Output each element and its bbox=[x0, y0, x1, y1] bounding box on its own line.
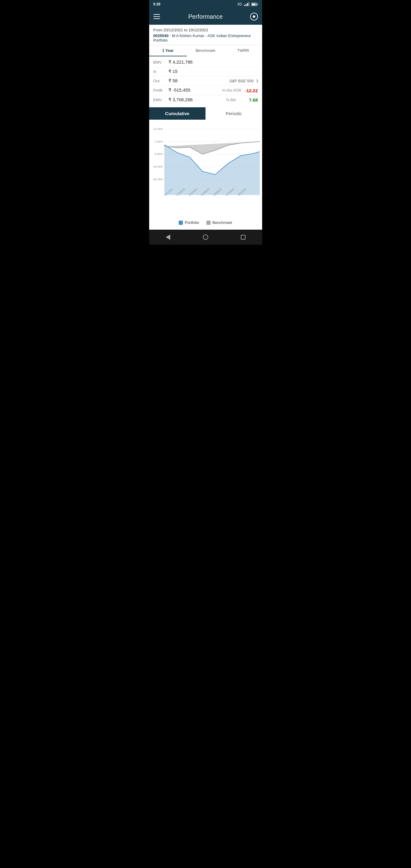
profit-label: Profit bbox=[153, 88, 168, 93]
abs-ror-group: % Abs ROR -12.22 bbox=[222, 88, 258, 93]
status-icons: 3G bbox=[237, 2, 258, 6]
tabs-row: 1 Year Benchmark TWRR bbox=[149, 45, 262, 56]
recent-button[interactable] bbox=[234, 231, 252, 243]
tab-1year[interactable]: 1 Year bbox=[149, 45, 187, 56]
metric-bmv: BMV ₹ 4,221,786 bbox=[153, 58, 258, 67]
benchmark-legend-dot bbox=[207, 221, 211, 225]
chart-area: 12.26% 2.66% -6.95% -16.55% -26.16% 31/1… bbox=[149, 120, 262, 217]
in-value: ₹ 15 bbox=[168, 69, 258, 74]
status-bar: 5:26 3G bbox=[149, 0, 262, 8]
info-section: From 20/12/2021 to 19/12/2022 0025540 - … bbox=[149, 25, 262, 45]
cumulative-button[interactable]: Cumulative bbox=[149, 107, 206, 120]
account-separator: - bbox=[170, 33, 172, 38]
benchmark-legend-label: Benchmark bbox=[213, 220, 232, 225]
toggle-row: Cumulative Periodic bbox=[149, 107, 262, 120]
home-button[interactable] bbox=[196, 231, 215, 243]
svg-rect-6 bbox=[257, 4, 258, 5]
legend-benchmark: Benchmark bbox=[207, 220, 232, 225]
svg-rect-0 bbox=[244, 5, 245, 6]
tab-twrr[interactable]: TWRR bbox=[224, 45, 262, 56]
metrics-section: BMV ₹ 4,221,786 In ₹ 15 Out ₹ 58 S&P BSE… bbox=[149, 56, 262, 107]
svg-text:12.26%: 12.26% bbox=[153, 127, 163, 130]
network-icon: 3G bbox=[237, 2, 242, 6]
settings-button[interactable] bbox=[250, 13, 258, 21]
svg-text:-16.55%: -16.55% bbox=[152, 165, 163, 168]
out-value: ₹ 58 bbox=[168, 78, 229, 84]
date-range: From 20/12/2021 to 19/12/2022 bbox=[153, 28, 258, 32]
abs-ror-value: -12.22 bbox=[245, 88, 258, 93]
account-dash2: - bbox=[205, 33, 207, 38]
back-button[interactable] bbox=[159, 231, 177, 243]
metric-in: In ₹ 15 bbox=[153, 67, 258, 76]
benchmark-nav[interactable]: S&P BSE 500 bbox=[229, 79, 258, 83]
svg-rect-1 bbox=[246, 4, 247, 6]
account-id: 0025540 bbox=[153, 33, 169, 38]
bm-group: % BM 7.68 bbox=[226, 97, 258, 102]
portfolio-legend-label: Portfolio bbox=[185, 220, 199, 225]
header: Performance bbox=[149, 8, 262, 25]
svg-rect-3 bbox=[249, 2, 250, 6]
svg-marker-18 bbox=[164, 145, 260, 195]
account-info: 0025540 - M A Kishen Kumar - ASK Indian … bbox=[153, 33, 258, 42]
metric-profit: Profit ₹ -515,455 % Abs ROR -12.22 bbox=[153, 86, 258, 95]
battery-icon bbox=[251, 2, 258, 6]
svg-text:-6.95%: -6.95% bbox=[154, 153, 163, 156]
bm-label: % BM bbox=[226, 98, 247, 102]
abs-ror-label: % Abs ROR bbox=[222, 88, 243, 93]
bm-value: 7.68 bbox=[249, 97, 258, 102]
nav-bar bbox=[149, 230, 262, 245]
legend-portfolio: Portfolio bbox=[179, 220, 199, 225]
home-icon bbox=[203, 235, 208, 240]
emv-label: EMV bbox=[153, 98, 168, 102]
chart-legend: Portfolio Benchmark bbox=[149, 217, 262, 230]
performance-chart: 12.26% 2.66% -6.95% -16.55% -26.16% bbox=[152, 123, 260, 195]
metric-emv: EMV ₹ 3,706,288 % BM 7.68 bbox=[153, 95, 258, 104]
profit-value: ₹ -515,455 bbox=[168, 87, 222, 93]
periodic-button[interactable]: Periodic bbox=[205, 107, 262, 120]
menu-button[interactable] bbox=[153, 13, 161, 21]
recent-icon bbox=[241, 235, 246, 240]
sp-bse-label: S&P BSE 500 bbox=[229, 79, 254, 83]
chevron-right-icon bbox=[255, 79, 258, 83]
svg-rect-5 bbox=[252, 4, 255, 5]
in-label: In bbox=[153, 69, 168, 74]
emv-value: ₹ 3,706,288 bbox=[168, 97, 226, 102]
chart-container: 12.26% 2.66% -6.95% -16.55% -26.16% 31/1… bbox=[152, 123, 260, 207]
status-time: 5:26 bbox=[153, 2, 161, 6]
bmv-label: BMV bbox=[153, 60, 168, 64]
bmv-value: ₹ 4,221,786 bbox=[168, 59, 258, 65]
svg-rect-2 bbox=[247, 3, 248, 6]
account-name: M A Kishen Kumar bbox=[172, 33, 204, 38]
svg-text:2.66%: 2.66% bbox=[155, 140, 163, 143]
tab-benchmark[interactable]: Benchmark bbox=[187, 45, 224, 56]
out-label: Out bbox=[153, 79, 168, 83]
metric-out: Out ₹ 58 S&P BSE 500 bbox=[153, 76, 258, 86]
signal-icon bbox=[244, 2, 250, 6]
page-title: Performance bbox=[188, 13, 223, 20]
portfolio-legend-dot bbox=[179, 221, 183, 225]
svg-text:-26.16%: -26.16% bbox=[152, 178, 163, 181]
back-icon bbox=[166, 235, 170, 240]
